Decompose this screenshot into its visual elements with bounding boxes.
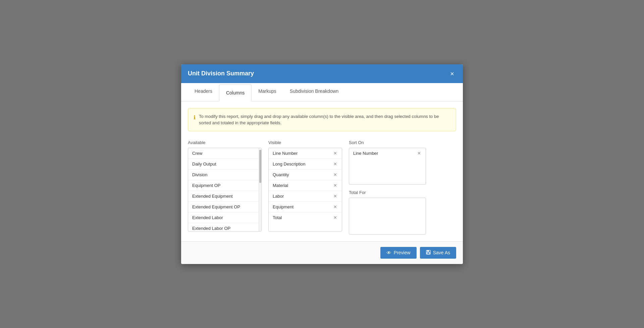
remove-sort-line-number[interactable]: ✕: [417, 151, 422, 155]
scrollbar[interactable]: [259, 148, 261, 231]
sort-on-label: Sort On: [349, 140, 426, 145]
modal-footer: 👁 Preview Save As: [181, 241, 463, 264]
list-item[interactable]: Crew: [188, 148, 261, 159]
preview-icon: 👁: [386, 250, 391, 256]
remove-long-description[interactable]: ✕: [333, 162, 338, 166]
list-item[interactable]: Equipment OP: [188, 180, 261, 191]
remove-line-number[interactable]: ✕: [333, 151, 338, 155]
list-item[interactable]: Daily Output: [188, 159, 261, 170]
total-for-section: Total For: [349, 190, 426, 235]
remove-total[interactable]: ✕: [333, 215, 338, 220]
list-item[interactable]: Extended Equipment OP: [188, 202, 261, 212]
sort-list: Line Number ✕: [349, 148, 426, 185]
save-icon: [426, 250, 431, 256]
total-for-label: Total For: [349, 190, 426, 195]
visible-item[interactable]: Quantity ✕: [269, 170, 342, 180]
visible-list: Line Number ✕ Long Description ✕ Quantit…: [268, 148, 342, 232]
modal-title: Unit Division Summary: [188, 70, 254, 77]
tab-markups[interactable]: Markups: [252, 83, 283, 102]
visible-item[interactable]: Line Number ✕: [269, 148, 342, 159]
available-section: Available Crew Daily Output Division: [188, 140, 262, 235]
visible-item[interactable]: Labor ✕: [269, 191, 342, 202]
info-icon: ℹ: [194, 114, 196, 126]
tab-headers[interactable]: Headers: [188, 83, 219, 102]
visible-section: Visible Line Number ✕ Long Description ✕…: [268, 140, 342, 235]
list-item[interactable]: Extended Equipment: [188, 191, 261, 202]
svg-rect-2: [427, 252, 430, 254]
visible-item[interactable]: Long Description ✕: [269, 159, 342, 170]
right-sections: Sort On Line Number ✕ Total For: [349, 140, 426, 235]
modal-body: Headers Columns Markups Subdivision Brea…: [181, 83, 463, 241]
svg-rect-1: [427, 250, 429, 252]
tab-subdivision-breakdown[interactable]: Subdivision Breakdown: [283, 83, 345, 102]
save-as-button[interactable]: Save As: [420, 247, 456, 259]
list-item[interactable]: Extended Labor: [188, 212, 261, 223]
visible-item[interactable]: Material ✕: [269, 180, 342, 191]
tab-columns[interactable]: Columns: [219, 84, 252, 102]
info-message: To modify this report, simply drag and d…: [199, 113, 450, 126]
info-box: ℹ To modify this report, simply drag and…: [188, 108, 456, 131]
preview-button[interactable]: 👁 Preview: [380, 247, 417, 259]
svg-rect-3: [427, 252, 430, 254]
visible-item[interactable]: Equipment ✕: [269, 202, 342, 212]
list-item[interactable]: Division: [188, 170, 261, 180]
remove-material[interactable]: ✕: [333, 183, 338, 188]
total-list: [349, 198, 426, 235]
available-scroll[interactable]: Crew Daily Output Division Equipment OP: [188, 148, 261, 231]
tab-bar: Headers Columns Markups Subdivision Brea…: [181, 83, 463, 102]
available-list: Crew Daily Output Division Equipment OP: [188, 148, 262, 232]
modal-overlay: Unit Division Summary × Headers Columns …: [0, 0, 644, 328]
visible-item[interactable]: Total ✕: [269, 212, 342, 223]
sort-item[interactable]: Line Number ✕: [349, 148, 426, 158]
sort-on-section: Sort On Line Number ✕: [349, 140, 426, 185]
scrollbar-thumb: [259, 150, 261, 183]
columns-area: Available Crew Daily Output Division: [181, 137, 463, 241]
modal-header: Unit Division Summary ×: [181, 64, 463, 83]
remove-equipment[interactable]: ✕: [333, 205, 338, 209]
visible-label: Visible: [268, 140, 342, 145]
remove-labor[interactable]: ✕: [333, 194, 338, 198]
available-label: Available: [188, 140, 262, 145]
remove-quantity[interactable]: ✕: [333, 173, 338, 177]
close-button[interactable]: ×: [448, 70, 456, 78]
modal-dialog: Unit Division Summary × Headers Columns …: [181, 64, 463, 264]
list-item[interactable]: Extended Labor OP: [188, 223, 261, 231]
